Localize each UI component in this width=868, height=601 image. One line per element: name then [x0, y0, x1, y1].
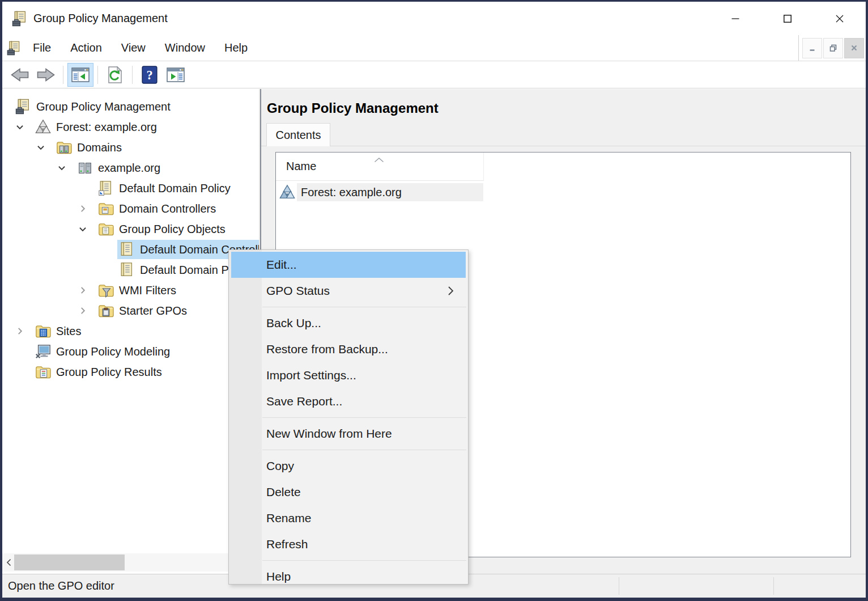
expander-spacer [14, 341, 33, 362]
context-menu-item-copy[interactable]: Copy [231, 453, 466, 479]
menu-action[interactable]: Action [61, 35, 112, 61]
tree-item-label: WMI Filters [119, 284, 176, 297]
tree: Group Policy ManagementForest: example.o… [2, 89, 259, 382]
context-menu-item-label: GPO Status [266, 284, 330, 298]
maximize-button[interactable] [761, 2, 814, 35]
context-menu-item-edit[interactable]: Edit... [231, 252, 466, 278]
scroll-left-arrow[interactable] [2, 553, 15, 572]
forward-arrow-button[interactable] [33, 63, 59, 87]
help-button[interactable]: ? [137, 63, 163, 87]
close-button[interactable] [814, 2, 866, 35]
refresh-icon [105, 66, 125, 84]
tree-item-sites[interactable]: Sites [2, 321, 259, 341]
tree-item-forest-example-org[interactable]: Forest: example.org [2, 117, 259, 137]
back-arrow-button[interactable] [7, 63, 33, 87]
wmi-folder-icon [97, 282, 114, 299]
minimize-button[interactable] [709, 2, 761, 35]
menu-file[interactable]: File [23, 35, 61, 61]
context-menu-item-gpo-status[interactable]: GPO Status [231, 278, 466, 304]
tree-horizontal-scrollbar[interactable] [2, 553, 259, 572]
domain-servers-icon [76, 159, 93, 176]
ou-folder-icon [97, 200, 114, 217]
context-menu-item-label: Refresh [266, 537, 308, 551]
context-menu-item-help[interactable]: Help [231, 564, 466, 590]
menu-help[interactable]: Help [215, 35, 257, 61]
tree-item-label: Group Policy Modeling [56, 345, 170, 358]
context-menu-item-save-report[interactable]: Save Report... [231, 388, 466, 414]
context-menu-item-label: Delete [266, 485, 301, 499]
tree-item-default-domain-controllers-policy[interactable]: Default Domain Controllers Policy [2, 239, 259, 260]
chevron-down-icon[interactable] [56, 158, 75, 178]
list-item-forest-example-org[interactable]: Forest: example.org [277, 183, 483, 201]
context-menu-item-restore-from-backup[interactable]: Restore from Backup... [231, 336, 466, 362]
list-header: Name [276, 153, 850, 181]
context-menu-item-back-up[interactable]: Back Up... [231, 310, 466, 336]
gpo-link-icon [97, 180, 114, 197]
child-restore-button[interactable] [823, 38, 843, 58]
header-underline [276, 180, 483, 181]
results-icon [35, 363, 52, 380]
tab-contents[interactable]: Contents [266, 123, 330, 146]
context-menu-item-label: New Window from Here [266, 427, 392, 441]
context-menu-item-label: Help [266, 570, 291, 583]
submenu-chevron-icon [447, 285, 454, 297]
chevron-down-icon[interactable] [76, 219, 96, 239]
tree-item-label: example.org [98, 162, 160, 175]
refresh-button[interactable] [102, 63, 128, 87]
chevron-down-icon[interactable] [35, 137, 54, 158]
tree-item-domain-controllers[interactable]: Domain Controllers [2, 198, 259, 219]
gpm-console-icon [11, 10, 28, 27]
group-policy-management-window: Group Policy Management FileActionViewWi… [0, 0, 868, 601]
chevron-down-icon[interactable] [14, 117, 33, 137]
tree-item-group-policy-management[interactable]: Group Policy Management [2, 96, 259, 117]
show-console-tree-icon [71, 66, 90, 84]
menu-window[interactable]: Window [155, 35, 215, 61]
results-pane-title: Group Policy Management [267, 100, 439, 116]
help-icon: ? [140, 66, 159, 84]
svg-text:?: ? [146, 68, 152, 82]
tree-item-starter-gpos[interactable]: Starter GPOs [2, 300, 259, 321]
menu-separator [262, 417, 466, 418]
context-menu-item-new-window-from-here[interactable]: New Window from Here [231, 421, 466, 447]
new-window-button[interactable] [163, 63, 189, 87]
expander-spacer [76, 178, 96, 198]
tree-item-label: Domain Controllers [119, 202, 216, 215]
context-menu-item-refresh[interactable]: Refresh [231, 531, 466, 557]
chevron-right-icon[interactable] [76, 198, 96, 219]
gpo-folder-icon [97, 221, 114, 238]
context-menu-item-delete[interactable]: Delete [231, 479, 466, 505]
tree-item-group-policy-modeling[interactable]: Group Policy Modeling [2, 341, 259, 362]
tree-item-label: Default Domain Policy [119, 182, 231, 195]
column-separator[interactable] [483, 153, 484, 181]
tree-item-domains[interactable]: Domains [2, 137, 259, 158]
tree-item-example-org[interactable]: example.org [2, 158, 259, 178]
menu-separator [262, 560, 466, 561]
tree-item-group-policy-objects[interactable]: Group Policy Objects [2, 219, 259, 239]
child-minimize-button[interactable] [802, 38, 822, 58]
show-console-tree-button[interactable] [67, 63, 93, 87]
context-menu-item-label: Copy [266, 459, 294, 473]
chevron-right-icon[interactable] [76, 300, 96, 321]
gpm-console-icon [15, 98, 32, 115]
child-close-button[interactable] [844, 38, 864, 58]
chevron-right-icon[interactable] [14, 321, 33, 341]
list-item-label: Forest: example.org [297, 183, 483, 201]
tree-item-label: Group Policy Management [36, 100, 171, 113]
scrollbar-thumb[interactable] [14, 555, 125, 570]
column-header-name[interactable]: Name [286, 160, 316, 173]
chevron-right-icon[interactable] [76, 280, 96, 300]
context-menu-item-rename[interactable]: Rename [231, 505, 466, 531]
expander-spacer [97, 239, 117, 260]
expander-spacer [97, 260, 117, 280]
tree-item-group-policy-results[interactable]: Group Policy Results [2, 362, 259, 382]
tree-item-default-domain-policy[interactable]: Default Domain Policy [2, 260, 259, 280]
menu-view[interactable]: View [112, 35, 155, 61]
tree-item-default-domain-policy[interactable]: Default Domain Policy [2, 178, 259, 198]
tree-item-wmi-filters[interactable]: WMI Filters [2, 280, 259, 300]
toolbar-separator [63, 66, 63, 84]
window-controls [709, 2, 866, 35]
context-menu-item-import-settings[interactable]: Import Settings... [231, 362, 466, 388]
sort-ascending-icon [373, 155, 385, 160]
expander-spacer [14, 362, 33, 382]
starter-folder-icon [97, 302, 114, 319]
